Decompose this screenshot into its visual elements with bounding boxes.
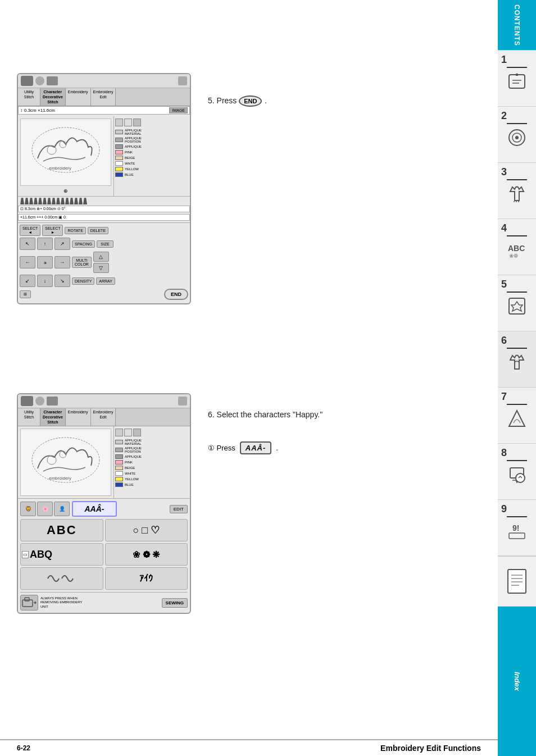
- icon-animals[interactable]: 🦁: [20, 502, 36, 516]
- stitch-mark: [70, 198, 74, 204]
- nav-row: ↖ ↑ ↗ SPACING SIZE: [20, 238, 188, 250]
- circle-1-label: ① Press: [208, 444, 235, 452]
- color-item-applique-material-2: APPLIQUEMATERIAL: [115, 439, 189, 445]
- right-btn[interactable]: →: [54, 256, 70, 268]
- grid-btn[interactable]: ⊞: [20, 290, 31, 298]
- size-btn[interactable]: SIZE: [97, 240, 113, 248]
- ch4-icon: ABC ❀❁: [505, 238, 529, 262]
- tab-character-2[interactable]: CharacterDecorativeStitch: [40, 408, 66, 426]
- color-item-beige: BEIGE: [115, 156, 189, 160]
- sidebar-item-contents[interactable]: CONTENTS: [498, 0, 536, 51]
- svg-rect-16: [509, 298, 525, 314]
- up-btn[interactable]: ↑: [37, 238, 53, 250]
- stitch-mark: [74, 198, 78, 204]
- icon-row: [115, 119, 189, 126]
- aaa-button-label: AAÂ-: [240, 441, 272, 454]
- svg-rect-10: [509, 75, 525, 88]
- svg-marker-18: [509, 411, 525, 426]
- embroidery-preview-1: embroidery: [20, 119, 111, 186]
- sidebar-item-ch3[interactable]: 3: [498, 163, 536, 219]
- panel-footer: ALWAYS PRESS WHENREMOVING EMBROIDERYUNIT…: [20, 592, 188, 611]
- tab-character[interactable]: CharacterDecorativeStitch: [40, 88, 66, 106]
- ch6-icon: [505, 350, 529, 375]
- sidebar-item-index[interactable]: Index: [498, 607, 536, 756]
- sidebar-item-ch6[interactable]: 6: [498, 331, 536, 388]
- color-item-applique: APPLIQUE: [115, 144, 189, 149]
- svg-rect-23: [508, 570, 526, 593]
- stitch-mark: [20, 198, 24, 204]
- tab-embroidery[interactable]: Embroidery: [66, 88, 91, 106]
- tab-utility-2[interactable]: UtilityStitch: [18, 408, 40, 426]
- rotate-btn[interactable]: ROTATE: [65, 227, 85, 234]
- spacing-btn[interactable]: SPACING: [72, 240, 95, 248]
- svg-text:❀❁: ❀❁: [509, 253, 518, 259]
- array-btn[interactable]: ARRAY: [96, 277, 115, 285]
- size-down-btn[interactable]: ▽: [93, 263, 109, 273]
- stitch-mark: [79, 198, 83, 204]
- sidebar-item-ch7[interactable]: 7: [498, 388, 536, 444]
- multicolor-btn[interactable]: MULTICOLOR: [72, 257, 92, 268]
- bot-right-btn[interactable]: ↘: [54, 275, 70, 287]
- page-title: Embroidery Edit Functions: [380, 744, 481, 753]
- sidebar-item-ch5[interactable]: 5: [498, 275, 536, 331]
- machine-icon: [21, 76, 33, 86]
- ch7-icon: [505, 406, 529, 431]
- char-special[interactable]: [20, 567, 103, 590]
- tab-embroidery-edit[interactable]: EmbroideryEdit: [91, 88, 116, 106]
- down-btn[interactable]: ↓: [37, 275, 53, 287]
- svg-rect-9: [25, 598, 29, 601]
- sidebar-item-ch1[interactable]: 1: [498, 51, 536, 107]
- char-katakana[interactable]: ｱｲｳ: [105, 567, 188, 590]
- top-left-btn[interactable]: ↖: [20, 238, 35, 250]
- color-swatch: [115, 440, 123, 444]
- delete-btn[interactable]: DELETE: [88, 227, 108, 234]
- icon3-2: [133, 429, 141, 436]
- color-item-yellow-2: YELLOW: [115, 477, 189, 481]
- remove-unit-icon[interactable]: [20, 595, 38, 611]
- sidebar-item-ch8[interactable]: 8: [498, 444, 536, 500]
- tab-embroidery-edit-2[interactable]: EmbroideryEdit: [91, 408, 116, 426]
- top-right-btn[interactable]: ↗: [54, 238, 70, 250]
- tab-utility[interactable]: UtilityStitch: [18, 88, 40, 106]
- bot-left-btn[interactable]: ↙: [20, 275, 35, 287]
- icon-floral[interactable]: 🌸: [37, 502, 53, 516]
- size-up-btn[interactable]: △: [93, 252, 109, 262]
- center-btn[interactable]: ⊕: [37, 256, 53, 268]
- size-arrows: △ ▽: [93, 252, 109, 273]
- info-row-1: ⊡ 8.3cm ⊕+ 0.00cm ⊙ 0°: [18, 206, 190, 212]
- step6-instruction: 6. Select the characters "Happy." ① Pres…: [208, 410, 322, 454]
- select-prev-btn[interactable]: SELECT◄: [20, 225, 40, 236]
- index-label: Index: [513, 672, 521, 691]
- ch1-icon: [505, 69, 529, 94]
- color-item-white: WhITE: [115, 161, 189, 166]
- sidebar-item-ch9[interactable]: 9 9!: [498, 500, 536, 556]
- density-btn[interactable]: DENSITY: [72, 277, 94, 285]
- end-button-1[interactable]: END: [164, 289, 188, 300]
- ch2-line: [507, 123, 527, 124]
- screen-body-2: embroidery: [18, 426, 190, 498]
- icon1-2: [115, 429, 123, 436]
- sidebar-item-note[interactable]: [498, 556, 536, 607]
- icon-person[interactable]: 👤: [54, 502, 70, 516]
- char-shapes[interactable]: ○ □ ♡: [105, 519, 188, 541]
- sidebar-item-ch2[interactable]: 2: [498, 107, 536, 163]
- select-next-btn[interactable]: SELECT►: [42, 225, 63, 236]
- char-block-abc[interactable]: ABC: [20, 519, 103, 541]
- left-btn[interactable]: ←: [20, 256, 35, 268]
- machine-icon-2: [21, 396, 33, 406]
- size-value-1: 0.3cm ×11.6cm: [24, 108, 55, 113]
- color-swatch: [115, 156, 123, 160]
- machine-header-1: [18, 74, 190, 88]
- color-item-yellow: YELLOW: [115, 167, 189, 171]
- tab-embroidery-2[interactable]: Embroidery: [66, 408, 91, 426]
- char-decorative[interactable]: ❀ ❁ ❋: [105, 543, 188, 566]
- sidebar-item-ch4[interactable]: 4 ABC ❀❁: [498, 219, 536, 275]
- color-item-applique-position: APPLIQUEPOSITION: [115, 136, 189, 143]
- step6-text: 6. Select the characters "Happy.": [208, 410, 322, 419]
- image-btn[interactable]: IMAGE: [169, 107, 188, 113]
- sewing-btn[interactable]: SEWING: [162, 598, 188, 608]
- info-text-2: ×11.6cm +++ 0.00cm ▣ 0: [20, 215, 66, 220]
- aaa-font-btn[interactable]: AAÂ-: [72, 501, 117, 517]
- edit-btn[interactable]: EDIT: [170, 505, 188, 513]
- char-frame-row[interactable]: ▭ ABQ: [20, 543, 103, 566]
